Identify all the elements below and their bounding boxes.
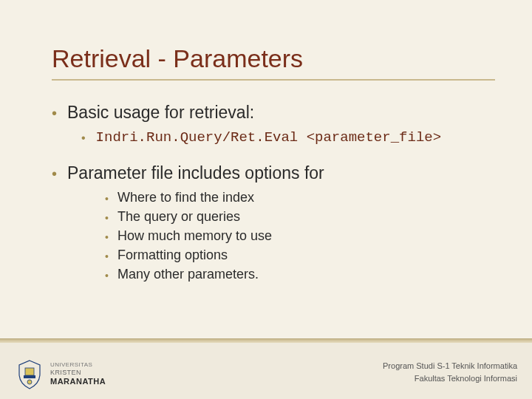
slide-title: Retrieval - Parameters [52, 44, 495, 73]
bullet-icon: • [105, 190, 109, 208]
university-logo: UNIVERSITAS KRISTEN MARANATHA [13, 358, 106, 390]
title-rule [52, 79, 495, 81]
subbullet-index: • Where to find the index [105, 190, 495, 208]
subbullet-formatting: • Formatting options [105, 248, 495, 265]
bullet-icon: • [52, 163, 57, 184]
bullet-icon: • [105, 267, 109, 284]
bullet-icon: • [52, 103, 57, 123]
bullet-icon: • [105, 209, 109, 227]
bullet-icon: • [105, 228, 109, 246]
slide: Retrieval - Parameters • Basic usage for… [0, 0, 532, 399]
bullet-param-file: • Parameter file includes options for [52, 163, 495, 184]
bullet-text: Parameter file includes options for [67, 163, 324, 184]
logo-line-universitas: UNIVERSITAS [50, 361, 106, 369]
bullet-icon: • [105, 248, 109, 265]
crest-icon [13, 358, 46, 390]
bullet-basic-usage: • Basic usage for retrieval: [52, 103, 495, 123]
bullet-icon: • [81, 129, 86, 147]
subbullet-memory: • How much memory to use [105, 228, 495, 246]
logo-line-kristen: KRISTEN [50, 369, 106, 377]
code-text: Indri.Run.Query/Ret.Eval <parameter_file… [96, 129, 441, 147]
subbullet-other: • Many other parameters. [105, 267, 495, 284]
footer-program: Program Studi S-1 Teknik Informatika [383, 360, 517, 372]
bullet-code-command: • Indri.Run.Query/Ret.Eval <parameter_fi… [81, 129, 495, 147]
bullet-text: The query or queries [117, 209, 240, 227]
bullet-text: Basic usage for retrieval: [67, 103, 254, 123]
logo-line-maranatha: MARANATHA [50, 377, 106, 386]
footer-faculty: Fakultas Teknologi Informasi [383, 372, 517, 385]
subbullet-query: • The query or queries [105, 209, 495, 227]
footer-right: Program Studi S-1 Teknik Informatika Fak… [383, 360, 517, 384]
bullet-text: Many other parameters. [117, 267, 259, 284]
logo-text: UNIVERSITAS KRISTEN MARANATHA [50, 361, 106, 386]
footer-band: UNIVERSITAS KRISTEN MARANATHA Program St… [0, 343, 532, 399]
bullet-text: Formatting options [117, 248, 228, 265]
bullet-text: How much memory to use [117, 228, 272, 246]
bullet-text: Where to find the index [117, 190, 254, 208]
svg-rect-0 [25, 368, 34, 375]
svg-point-1 [27, 380, 32, 384]
spacer [52, 150, 495, 160]
